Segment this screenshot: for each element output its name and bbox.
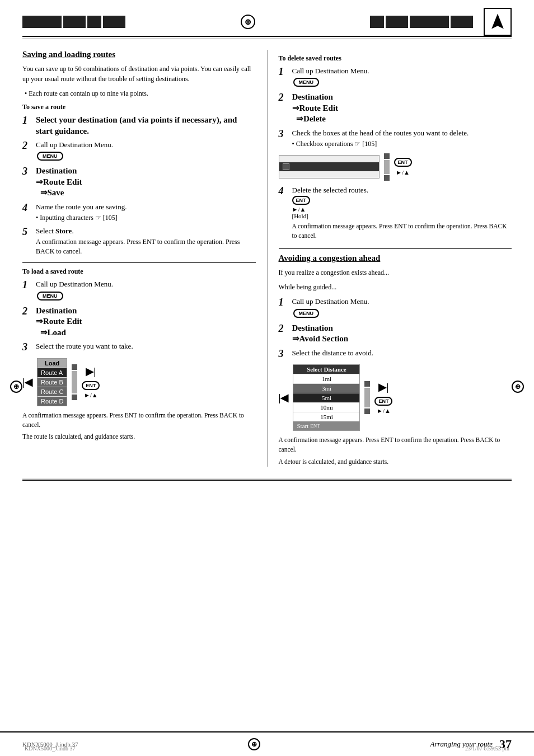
left-crosshair: ⊕ — [10, 381, 22, 393]
header-block-6 — [386, 16, 408, 28]
chk-scroll-down[interactable] — [384, 175, 390, 181]
avoid-intro: If you realize a congestion exists ahead… — [279, 267, 512, 278]
menu-button-load[interactable]: MENU — [37, 292, 63, 300]
divider-save-load — [22, 262, 256, 263]
delete-step-num-4: 4 — [279, 185, 289, 198]
menu-button-avoid[interactable]: MENU — [293, 309, 320, 318]
load-left-controls: |◀ — [22, 376, 32, 388]
load-route-list: Load Route A Route B Route C Route D — [37, 358, 67, 406]
dist-1mi[interactable]: 1mi — [293, 374, 359, 383]
save-step-2: 2 Call up Destination Menu. MENU — [22, 140, 256, 162]
header-block-4 — [103, 16, 125, 28]
load-confirm-text: A confirmation message appears. Press EN… — [22, 411, 256, 430]
ent-button-delete-4[interactable]: ENT — [292, 196, 310, 205]
avoid-step-num-3: 3 — [279, 348, 289, 360]
forward-arrow-icon: ►/▲ — [84, 392, 98, 398]
dist-skip-right: ▶| — [378, 381, 388, 393]
ent-control: ENT ►/▲ — [82, 381, 100, 398]
delete-step-num-2: 2 — [279, 92, 289, 104]
route-b-row[interactable]: Route B — [38, 377, 67, 387]
load-step-num-3: 3 — [22, 341, 32, 354]
start-label: Start — [297, 422, 308, 429]
save-step-3-text: Destination⇒Route Edit ⇒Save — [36, 166, 256, 199]
ent-button-load[interactable]: ENT — [82, 381, 100, 390]
load-right-controls: ▶| ENT ►/▲ — [82, 365, 100, 398]
avoid-step-1: 1 Call up Destination Menu. MENU — [279, 297, 512, 319]
delete-confirm-text: A confirmation message appears. Press EN… — [292, 222, 512, 241]
dist-3mi[interactable]: 3mi — [293, 383, 359, 393]
avoid-step-num-1: 1 — [279, 297, 289, 309]
distance-diagram: |◀ Select Distance 1mi 3mi 5mi 10mi 15mi… — [279, 364, 512, 431]
dist-scroll-up[interactable] — [364, 381, 370, 387]
dist-ent-control: ENT ►/▲ — [374, 397, 392, 414]
dist-5mi[interactable]: 5mi — [293, 393, 359, 402]
header-block-7 — [410, 16, 449, 28]
checkbox-scrollbar — [384, 153, 390, 181]
delete-step-4-text: Delete the selected routes. — [292, 185, 512, 195]
header-block-8 — [451, 16, 473, 28]
footer-center-compass: ⊕ — [248, 738, 260, 750]
dist-10mi[interactable]: 10mi — [293, 402, 359, 412]
route-a-row[interactable]: Route A — [38, 368, 67, 377]
section-title-saving: Saving and loading routes — [22, 50, 256, 59]
delete-hold-text: ►/▲[Hold] — [292, 206, 512, 219]
checkbox-header-space — [279, 156, 379, 162]
avoid-divider — [279, 248, 512, 249]
delete-arrow-icon: ►/▲ — [396, 169, 410, 176]
header-block-5 — [370, 16, 384, 28]
scroll-down[interactable] — [72, 395, 77, 400]
save-step-5: 5 Select Store. A confirmation message a… — [22, 226, 256, 256]
delete-diagram: ENT ►/▲ — [279, 153, 512, 181]
checkbox-row-selected — [279, 162, 379, 171]
menu-button-delete[interactable]: MENU — [293, 78, 320, 87]
bottom-border-thin — [22, 478, 512, 478]
delete-step-num-3: 3 — [279, 128, 289, 140]
distance-list: Select Distance 1mi 3mi 5mi 10mi 15mi St… — [293, 364, 360, 431]
menu-button-save[interactable]: MENU — [37, 152, 63, 161]
step-num-3: 3 — [22, 166, 32, 178]
chk-scroll-thumb — [384, 160, 390, 174]
header-block-3 — [87, 16, 101, 28]
scroll-up[interactable] — [72, 364, 77, 370]
delete-heading: To delete saved routes — [279, 54, 512, 63]
route-c-row[interactable]: Route C — [38, 387, 67, 396]
save-step-2-text: Call up Destination Menu. — [36, 140, 256, 150]
delete-step-num-1: 1 — [279, 66, 289, 78]
avoid-step-1-text: Call up Destination Menu. — [292, 297, 512, 307]
load-step-2: 2 Destination⇒Route Edit ⇒Load — [22, 306, 256, 339]
dist-15mi[interactable]: 15mi — [293, 412, 359, 421]
left-column: Saving and loading routes You can save u… — [22, 50, 256, 467]
page-footer: KDNX5000_J.indb 37 ⊕ Arranging your rout… — [0, 731, 534, 756]
step-num-4: 4 — [22, 202, 32, 214]
skip-right-icon: ▶| — [86, 365, 96, 378]
load-step-1-text: Call up Destination Menu. — [36, 279, 256, 289]
dist-scroll-down[interactable] — [364, 408, 370, 414]
top-border — [22, 36, 512, 37]
dist-start[interactable]: Start ENT — [293, 421, 359, 430]
ent-button-delete[interactable]: ENT — [394, 158, 412, 167]
header-block-1 — [22, 16, 62, 28]
save-step-4: 4 Name the route you are saving. • Input… — [22, 202, 256, 223]
route-d-row[interactable]: Route D — [38, 396, 67, 406]
chk-scroll-up[interactable] — [384, 153, 390, 159]
load-diagram: |◀ Load Route A Route B Route C Route D — [22, 358, 256, 406]
delete-step-1: 1 Call up Destination Menu. MENU — [279, 66, 512, 88]
avoid-step-2-text: Destination⇒Avoid Section — [292, 323, 512, 345]
bullet-text: • Each route can contain up to nine via … — [22, 88, 256, 98]
dist-left-skip: |◀ — [279, 392, 289, 404]
ent-button-avoid[interactable]: ENT — [374, 397, 392, 406]
scroll-thumb — [72, 371, 77, 393]
avoid-step-3: 3 Select the distance to avoid. — [279, 348, 512, 360]
save-step-1-text: Select your destination (and via points … — [36, 115, 256, 137]
save-step-4-text: Name the route you are saving. — [36, 202, 256, 212]
right-column: To delete saved routes 1 Call up Destina… — [267, 50, 512, 467]
dist-right-controls: ▶| ENT ►/▲ — [374, 381, 392, 414]
dist-scroll-thumb — [364, 388, 370, 407]
delete-ent-control: ENT ►/▲ — [394, 158, 412, 176]
skip-left-icon: |◀ — [22, 376, 32, 388]
checkbox-list — [279, 155, 380, 179]
delete-step-1-text: Call up Destination Menu. — [292, 66, 512, 76]
avoid-detour-text: A detour is calculated, and guidance sta… — [279, 457, 512, 467]
file-info: KDNX5000_J.indb 37 — [25, 745, 76, 752]
header-block-2 — [63, 16, 86, 28]
